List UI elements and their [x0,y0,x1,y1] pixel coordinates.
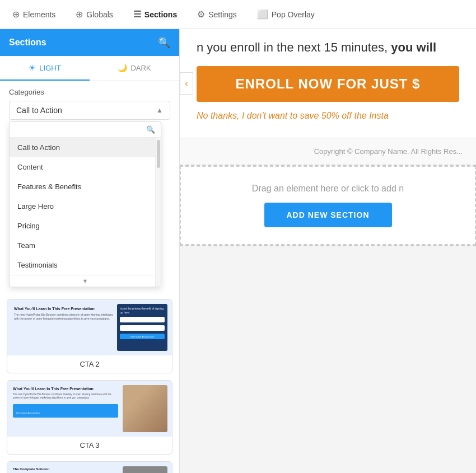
search-icon[interactable]: 🔍 [158,36,170,49]
dropdown-search-input[interactable] [15,125,146,134]
globe-icon: ⊕ [76,9,83,20]
cta4-preview: The Complete Solution [7,462,172,473]
category-dropdown[interactable]: Call to Action ▲ [9,101,170,120]
drop-text: Drag an element here or click to add n [194,184,461,194]
category-dropdown-menu: 🔍 Call to Action Content Features & Bene… [9,121,161,287]
sections-list: What You'll Learn In This Free Presentat… [0,292,179,473]
nav-pop-overlay[interactable]: ⬜ Pop Overlay [254,7,318,22]
categories-label: Categories [0,81,179,101]
nav-settings[interactable]: ⚙ Settings [194,7,240,22]
cta2-preview: What You'll Learn In This Free Presentat… [7,299,172,355]
section-card-cta4[interactable]: The Complete Solution [7,461,172,473]
drop-area[interactable]: Drag an element here or click to add n A… [180,166,476,245]
dropdown-search-icon: 🔍 [146,125,155,134]
tabs-row: ☀ LIGHT 🌙 DARK [0,56,179,81]
elements-icon: ⊕ [12,9,20,20]
section-card-cta3[interactable]: What You'll Learn In This Free Presentat… [7,380,172,455]
cta3-preview: What You'll Learn In This Free Presentat… [7,381,172,437]
left-arrow-icon[interactable]: ‹ [180,72,193,95]
nav-globals[interactable]: ⊕ Globals [72,7,116,22]
light-icon: ☀ [29,63,36,72]
left-panel: Sections 🔍 ☀ LIGHT 🌙 DARK Categories Cal… [0,29,180,473]
dropdown-item-content[interactable]: Content [10,157,161,177]
dropdown-item-team[interactable]: Team [10,236,161,255]
dropdown-item-testimonials[interactable]: Testimonials [10,255,161,275]
footer-area: Copyright © Company Name. All Rights Res… [180,138,476,165]
cta2-label: CTA 2 [7,355,172,373]
canvas-area: ‹ n you enroll in the next 15 minutes, y… [180,29,476,473]
pop-overlay-icon: ⬜ [257,9,268,20]
nav-sections[interactable]: ☰ Sections [130,7,180,22]
panel-title: Sections [9,38,46,48]
panel-header: Sections 🔍 [0,29,179,56]
dropdown-item-large-hero[interactable]: Large Hero [10,196,161,216]
scroll-down-arrow[interactable]: ▼ [10,275,161,287]
dashed-separator-2 [180,245,476,246]
nav-elements[interactable]: ⊕ Elements [9,7,59,22]
chevron-up-icon: ▲ [156,106,163,114]
enroll-section: ‹ n you enroll in the next 15 minutes, y… [180,29,476,138]
tab-dark[interactable]: 🌙 DARK [90,56,179,81]
add-section-button[interactable]: ADD NEW SECTION [264,203,392,227]
dark-icon: 🌙 [118,63,127,72]
cta3-label: CTA 3 [7,437,172,454]
enroll-button[interactable]: ENROLL NOW FOR JUST $ [197,66,459,102]
no-thanks-text[interactable]: No thanks, I don't want to save 50% off … [197,111,459,121]
dropdown-search-box[interactable]: 🔍 [10,122,161,138]
enroll-text: n you enroll in the next 15 minutes, you… [197,40,459,55]
main-layout: Sections 🔍 ☀ LIGHT 🌙 DARK Categories Cal… [0,29,476,473]
tab-light[interactable]: ☀ LIGHT [0,56,90,81]
gear-icon: ⚙ [197,9,205,20]
copyright-text: Copyright © Company Name. All Rights Res… [314,147,463,156]
dropdown-item-cta[interactable]: Call to Action [10,138,161,157]
dropdown-item-pricing[interactable]: Pricing [10,216,161,236]
dropdown-item-features[interactable]: Features & Benefits [10,177,161,196]
top-navigation: ⊕ Elements ⊕ Globals ☰ Sections ⚙ Settin… [0,0,476,29]
section-card-cta2[interactable]: What You'll Learn In This Free Presentat… [7,299,172,373]
right-area: ‹ n you enroll in the next 15 minutes, y… [180,29,476,473]
sections-icon: ☰ [133,9,141,20]
